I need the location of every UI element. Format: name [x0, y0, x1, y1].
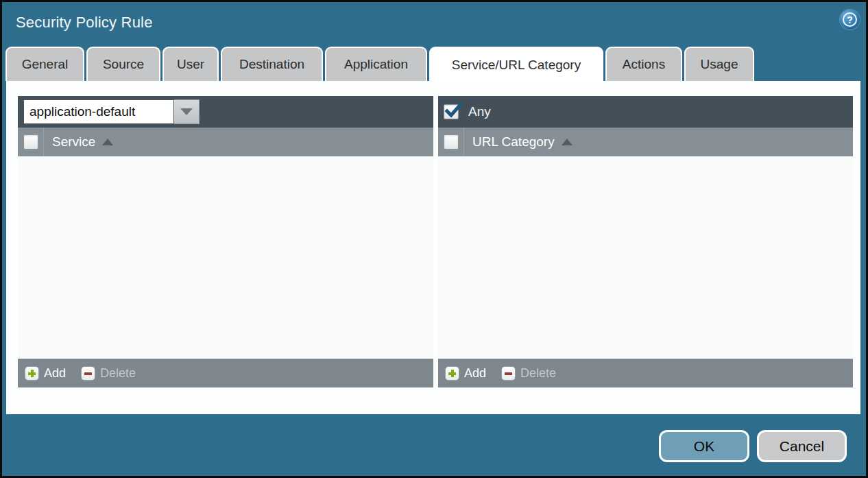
- tab-content-area: Service Add Delete: [6, 81, 860, 414]
- dialog-title: Security Policy Rule: [16, 14, 153, 32]
- service-panel: Service Add Delete: [18, 96, 433, 387]
- tab-user[interactable]: User: [162, 47, 219, 81]
- url-category-any-bar: Any: [438, 96, 853, 128]
- any-label: Any: [468, 104, 491, 119]
- delete-label: Delete: [100, 366, 136, 381]
- add-label: Add: [464, 366, 486, 381]
- tab-source[interactable]: Source: [86, 47, 160, 81]
- url-category-select-all-checkbox[interactable]: [444, 134, 459, 150]
- add-plus-icon: [25, 366, 39, 381]
- url-category-column-label[interactable]: URL Category: [472, 134, 555, 150]
- help-icon-ring: ?: [843, 12, 857, 27]
- tab-usage[interactable]: Usage: [684, 47, 754, 81]
- tab-bar: General Source User Destination Applicat…: [5, 47, 756, 81]
- service-type-input[interactable]: [23, 99, 174, 124]
- delete-label: Delete: [520, 366, 556, 381]
- service-type-combobox: [23, 99, 200, 124]
- service-add-button[interactable]: Add: [25, 366, 66, 381]
- sort-ascending-icon[interactable]: [102, 139, 113, 145]
- url-category-panel: Any URL Category Add Delete: [438, 96, 853, 387]
- add-label: Add: [44, 366, 66, 381]
- chevron-down-icon: [180, 108, 193, 115]
- ok-button[interactable]: OK: [659, 430, 749, 462]
- cancel-button[interactable]: Cancel: [757, 430, 847, 462]
- checkmark-icon: [444, 99, 464, 120]
- help-icon[interactable]: ?: [840, 10, 860, 29]
- tab-destination[interactable]: Destination: [221, 47, 323, 81]
- url-category-delete-button[interactable]: Delete: [501, 366, 556, 381]
- delete-minus-icon: [81, 366, 95, 381]
- tab-application[interactable]: Application: [325, 47, 427, 81]
- service-delete-button[interactable]: Delete: [81, 366, 136, 381]
- url-category-add-button[interactable]: Add: [445, 366, 486, 381]
- service-type-dropdown-button[interactable]: [174, 99, 200, 124]
- tab-general[interactable]: General: [5, 47, 84, 81]
- service-select-all-cell: [18, 128, 44, 156]
- any-checkbox[interactable]: [444, 104, 459, 119]
- url-category-select-all-cell: [438, 128, 464, 156]
- sort-ascending-icon[interactable]: [562, 139, 572, 145]
- security-policy-rule-dialog: Security Policy Rule ? General Source Us…: [0, 0, 868, 478]
- tab-actions[interactable]: Actions: [605, 47, 682, 81]
- service-table-body: [18, 156, 433, 359]
- delete-minus-icon: [501, 366, 516, 381]
- tab-service-url-category[interactable]: Service/URL Category: [429, 47, 603, 82]
- service-select-all-checkbox[interactable]: [23, 134, 38, 150]
- url-category-table-footer: Add Delete: [438, 359, 853, 387]
- url-category-table-header: URL Category: [438, 128, 853, 156]
- service-type-bar: [18, 96, 433, 128]
- service-column-label[interactable]: Service: [52, 134, 95, 150]
- service-table-footer: Add Delete: [18, 359, 433, 387]
- service-table-header: Service: [18, 128, 433, 156]
- help-question-glyph: ?: [847, 15, 853, 25]
- url-category-table-body: [438, 156, 853, 359]
- add-plus-icon: [445, 366, 459, 381]
